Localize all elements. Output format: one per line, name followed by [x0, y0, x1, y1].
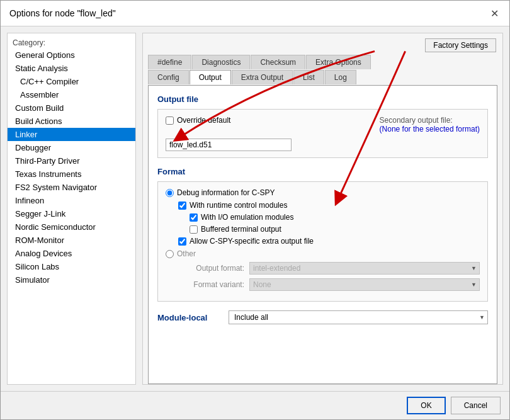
format-variant-label: Format variant: — [178, 280, 244, 289]
allow-cspy-label: Allow C-SPY-specific extra output file — [190, 237, 314, 246]
sidebar-item-fs2-system-navigator[interactable]: FS2 System Navigator — [8, 181, 135, 194]
category-label: Category: — [8, 36, 135, 48]
output-format-row: Output format: intel-extended motorola b… — [166, 262, 480, 275]
sidebar-item-linker[interactable]: Linker — [8, 128, 135, 141]
tab-extra-options[interactable]: Extra Options — [306, 55, 371, 69]
output-format-select[interactable]: intel-extended motorola binary elf — [249, 262, 480, 275]
sidebar-item-custom-build[interactable]: Custom Build — [8, 101, 135, 115]
factory-settings-button[interactable]: Factory Settings — [425, 38, 496, 52]
tab-content: Output file Override default Secondary o… — [148, 85, 497, 384]
sidebar-item-silicon-labs[interactable]: Silicon Labs — [8, 260, 135, 273]
debug-radio[interactable] — [166, 189, 174, 197]
runtime-modules-row: With runtime control modules — [178, 201, 480, 210]
other-radio-row: Other — [166, 249, 480, 258]
sidebar-item-simulator[interactable]: Simulator — [8, 273, 135, 287]
sidebar-item-rom-monitor[interactable]: ROM-Monitor — [8, 234, 135, 247]
debug-radio-label: Debug information for C-SPY — [177, 188, 275, 197]
sidebar-item-static-analysis[interactable]: Static Analysis — [8, 62, 135, 75]
buffered-terminal-checkbox[interactable] — [190, 225, 198, 234]
output-filename-input[interactable] — [166, 139, 292, 151]
io-emulation-checkbox[interactable] — [190, 213, 198, 222]
tab-output[interactable]: Output — [190, 70, 231, 84]
ok-button[interactable]: OK — [407, 397, 445, 414]
tab-checksum[interactable]: Checksum — [251, 55, 305, 69]
output-format-select-wrapper: intel-extended motorola binary elf — [249, 262, 480, 275]
allow-cspy-row: Allow C-SPY-specific extra output file — [178, 237, 480, 246]
format-box: Debug information for C-SPY With runtime… — [157, 181, 488, 302]
dialog-body: Category: General Options Static Analysi… — [1, 26, 509, 391]
secondary-output-label: Secondary output file: — [380, 116, 453, 125]
tab-define[interactable]: #define — [148, 55, 191, 69]
secondary-output-value: (None for the selected format) — [380, 125, 480, 133]
output-file-row: Override default Secondary output file: … — [166, 116, 480, 133]
tab-config[interactable]: Config — [148, 70, 189, 84]
module-local-label: Module-local — [157, 313, 224, 322]
tab-log[interactable]: Log — [325, 70, 356, 84]
debug-radio-row: Debug information for C-SPY — [166, 188, 480, 197]
format-title: Format — [157, 167, 488, 176]
dialog-footer: OK Cancel — [1, 391, 509, 419]
main-panel: Factory Settings #define Diagnostics Che… — [142, 33, 503, 385]
sidebar-item-debugger[interactable]: Debugger — [8, 141, 135, 154]
format-variant-row: Format variant: None default — [166, 278, 480, 291]
tab-diagnostics[interactable]: Diagnostics — [192, 55, 250, 69]
tabs-row-1: #define Diagnostics Checksum Extra Optio… — [148, 55, 497, 69]
main-panel-wrapper: Factory Settings #define Diagnostics Che… — [142, 33, 503, 385]
sidebar-item-third-party-driver[interactable]: Third-Party Driver — [8, 154, 135, 167]
options-dialog: Options for node "flow_led" ✕ Category: … — [0, 0, 510, 420]
factory-settings-row: Factory Settings — [143, 33, 502, 55]
buffered-terminal-label: Buffered terminal output — [201, 225, 281, 234]
io-emulation-label: With I/O emulation modules — [201, 213, 293, 222]
sidebar-item-nordic-semiconductor[interactable]: Nordic Semiconductor — [8, 220, 135, 234]
io-emulation-row: With I/O emulation modules — [190, 213, 480, 222]
sidebar-item-analog-devices[interactable]: Analog Devices — [8, 247, 135, 260]
tabs-container: #define Diagnostics Checksum Extra Optio… — [143, 55, 502, 85]
category-sidebar: Category: General Options Static Analysi… — [7, 33, 136, 385]
output-file-box: Override default Secondary output file: … — [157, 109, 488, 158]
output-format-label: Output format: — [178, 264, 244, 273]
other-radio-label: Other — [177, 249, 196, 258]
other-radio[interactable] — [166, 250, 174, 258]
close-button[interactable]: ✕ — [488, 7, 501, 20]
title-bar: Options for node "flow_led" ✕ — [1, 1, 509, 26]
sidebar-item-infineon[interactable]: Infineon — [8, 194, 135, 207]
sidebar-item-build-actions[interactable]: Build Actions — [8, 115, 135, 128]
runtime-modules-checkbox[interactable] — [178, 201, 186, 210]
sidebar-item-general-options[interactable]: General Options — [8, 48, 135, 62]
buffered-terminal-row: Buffered terminal output — [190, 225, 480, 234]
output-file-title: Output file — [157, 94, 488, 104]
cancel-button[interactable]: Cancel — [451, 397, 501, 414]
tabs-row-2: Config Output Extra Output List Log — [148, 70, 497, 84]
runtime-modules-label: With runtime control modules — [190, 201, 287, 210]
tab-extra-output[interactable]: Extra Output — [232, 70, 293, 84]
module-local-row: Module-local Include all Include none Cu… — [157, 310, 488, 324]
allow-cspy-checkbox[interactable] — [178, 237, 186, 246]
format-variant-select[interactable]: None default — [249, 278, 480, 291]
sidebar-item-assembler[interactable]: Assembler — [8, 88, 135, 101]
override-default-label: Override default — [166, 116, 230, 125]
sidebar-item-segger-jlink[interactable]: Segger J-Link — [8, 207, 135, 220]
override-default-checkbox[interactable] — [166, 116, 174, 125]
tab-list[interactable]: List — [293, 70, 324, 84]
format-variant-select-wrapper: None default — [249, 278, 480, 291]
sidebar-item-c-cpp-compiler[interactable]: C/C++ Compiler — [8, 75, 135, 88]
dialog-title: Options for node "flow_led" — [9, 8, 116, 18]
sidebar-item-texas-instruments[interactable]: Texas Instruments — [8, 167, 135, 181]
module-local-select-wrapper: Include all Include none Custom — [229, 310, 488, 324]
module-local-select[interactable]: Include all Include none Custom — [229, 310, 488, 324]
